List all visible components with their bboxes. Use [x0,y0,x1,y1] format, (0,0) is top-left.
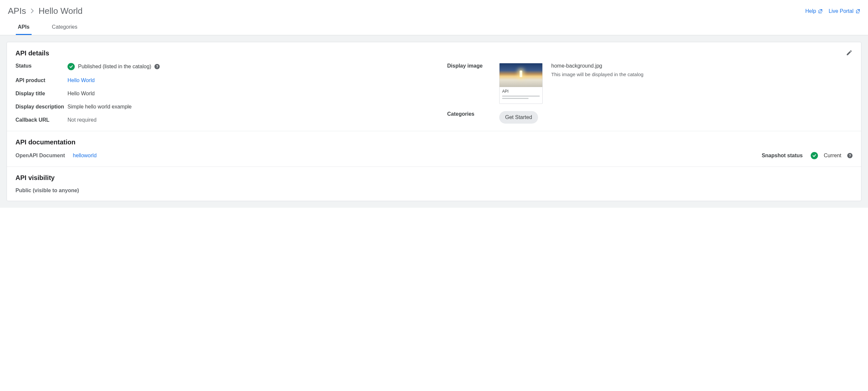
callback-url-value: Not required [67,117,96,123]
section-title-api-details: API details [16,50,852,57]
section-title-api-documentation: API documentation [16,138,852,146]
display-title-value: Hello World [67,91,94,96]
display-image-label: Display image [447,63,499,69]
check-icon [811,152,818,159]
thumbnail-line-placeholder [502,98,528,99]
status-text: Published (listed in the catalog) [78,64,151,69]
status-value: Published (listed in the catalog) ? [67,63,160,70]
live-portal-link-label: Live Portal [829,8,854,14]
section-api-documentation: API documentation OpenAPI Document hello… [7,131,861,167]
thumbnail-image [499,63,542,87]
category-chip[interactable]: Get Started [499,111,538,123]
help-icon[interactable]: ? [154,64,160,69]
display-image-caption: This image will be displayed in the cata… [551,72,644,77]
api-product-link[interactable]: Hello World [67,78,94,83]
categories-label: Categories [447,111,499,117]
external-link-icon [818,9,823,13]
tab-categories[interactable]: Categories [50,24,80,35]
display-description-label: Display description [16,104,67,110]
openapi-document-label: OpenAPI Document [16,152,65,159]
help-icon[interactable]: ? [847,153,852,158]
help-link-label: Help [805,8,816,14]
breadcrumb-current: Hello World [38,6,83,16]
edit-icon[interactable] [846,50,852,57]
breadcrumb-root[interactable]: APIs [8,6,26,16]
display-description-value: Simple hello world example [67,104,132,110]
section-title-api-visibility: API visibility [16,174,852,181]
status-label: Status [16,63,67,69]
visibility-value: Public (visible to anyone) [16,188,852,194]
chevron-right-icon [31,7,34,16]
callback-url-label: Callback URL [16,117,67,123]
snapshot-status-label: Snapshot status [762,152,803,159]
display-image-thumbnail: API [499,63,542,104]
help-link[interactable]: Help [805,8,823,14]
api-product-label: API product [16,78,67,83]
openapi-document-link[interactable]: helloworld [73,152,96,159]
thumbnail-title: API [502,89,540,94]
snapshot-status-value: Current [824,152,841,159]
external-link-icon [856,9,860,13]
check-icon [67,63,75,70]
live-portal-link[interactable]: Live Portal [829,8,860,14]
display-title-label: Display title [16,91,67,96]
display-image-filename: home-background.jpg [551,63,644,69]
tab-apis[interactable]: APIs [16,24,32,35]
section-api-details: API details Status Published (listed in … [7,42,861,131]
breadcrumb: APIs Hello World [8,6,83,16]
thumbnail-line-placeholder [502,95,540,96]
section-api-visibility: API visibility Public (visible to anyone… [7,167,861,201]
